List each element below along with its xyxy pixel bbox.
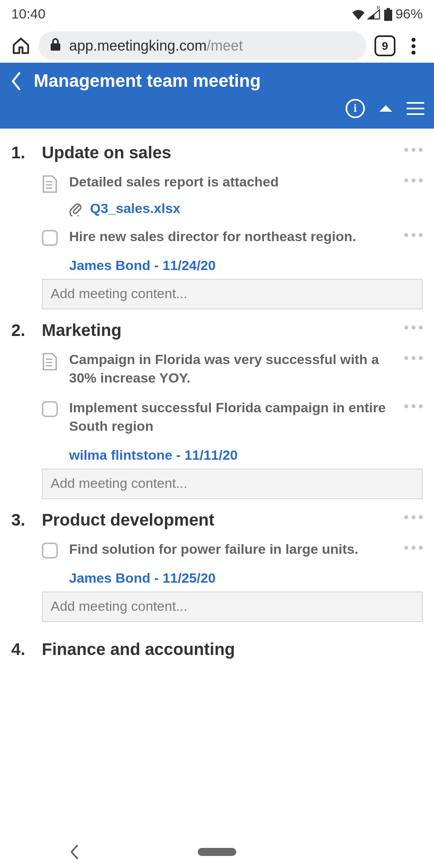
task-item: Find solution for power failure in large…: [42, 540, 423, 559]
checkbox-icon[interactable]: [42, 230, 58, 246]
topic-number: 4.: [11, 639, 31, 659]
note-item: Campaign in Florida was very successful …: [42, 351, 423, 388]
nav-home-pill[interactable]: [198, 848, 236, 856]
checkbox-icon[interactable]: [42, 542, 58, 558]
battery-percent: 96%: [395, 6, 423, 23]
note-text[interactable]: Campaign in Florida was very successful …: [69, 351, 393, 388]
status-time: 10:40: [11, 6, 45, 23]
task-assignee[interactable]: James Bond - 11/25/20: [69, 570, 423, 586]
checkbox-icon[interactable]: [42, 401, 58, 417]
add-content-input[interactable]: Add meeting content...: [42, 591, 423, 622]
more-icon[interactable]: [404, 233, 423, 237]
agenda-topic: 2. Marketing Campaign in Florida was ver…: [6, 321, 428, 499]
more-icon[interactable]: [404, 545, 423, 549]
attachment-link[interactable]: Q3_sales.xlsx: [90, 201, 180, 217]
topic-number: 2.: [11, 321, 31, 340]
more-icon[interactable]: [404, 326, 423, 330]
svg-rect-2: [51, 43, 60, 50]
more-icon[interactable]: [404, 404, 423, 408]
nav-back-icon[interactable]: [69, 844, 80, 860]
topic-number: 3.: [11, 510, 31, 529]
more-icon[interactable]: [404, 515, 423, 519]
tabs-button[interactable]: 9: [375, 35, 395, 56]
svg-rect-1: [384, 10, 392, 21]
app-header: Management team meeting i: [0, 63, 434, 129]
signal-icon: R: [367, 9, 380, 20]
task-text[interactable]: Find solution for power failure in large…: [69, 540, 393, 559]
agenda-topic: 1. Update on sales Detailed sales report…: [6, 143, 428, 309]
back-icon[interactable]: [10, 72, 23, 91]
status-bar: 10:40 R 96%: [0, 0, 434, 29]
task-assignee[interactable]: James Bond - 11/24/20: [69, 258, 423, 274]
url-host: app.meetingking.com: [69, 37, 207, 53]
add-content-input[interactable]: Add meeting content...: [42, 279, 423, 309]
more-icon[interactable]: [404, 356, 423, 360]
browser-overflow-icon[interactable]: [403, 37, 423, 54]
topic-title[interactable]: Marketing: [42, 321, 393, 340]
browser-bar: app.meetingking.com/meet 9: [0, 29, 434, 63]
task-item: Implement successful Florida campaign in…: [42, 399, 423, 436]
meeting-content: 1. Update on sales Detailed sales report…: [0, 129, 434, 675]
task-text[interactable]: Hire new sales director for northeast re…: [69, 228, 393, 247]
wifi-icon: [351, 9, 366, 20]
agenda-topic: 3. Product development Find solution for…: [6, 510, 428, 622]
agenda-topic: 4. Finance and accounting: [6, 639, 428, 659]
collapse-icon[interactable]: [379, 105, 392, 112]
url-path: /meet: [207, 37, 243, 53]
more-icon[interactable]: [404, 178, 423, 182]
attachment-row: Q3_sales.xlsx: [69, 201, 423, 217]
topic-title[interactable]: Update on sales: [42, 143, 393, 162]
task-text[interactable]: Implement successful Florida campaign in…: [69, 399, 393, 436]
topic-title[interactable]: Product development: [42, 510, 393, 529]
paperclip-icon: [69, 202, 82, 216]
note-text[interactable]: Detailed sales report is attached: [69, 174, 393, 192]
document-icon: [42, 175, 58, 193]
task-item: Hire new sales director for northeast re…: [42, 228, 423, 247]
page-title: Management team meeting: [34, 71, 261, 92]
url-bar[interactable]: app.meetingking.com/meet: [39, 31, 366, 60]
more-icon[interactable]: [404, 148, 423, 152]
menu-icon[interactable]: [407, 102, 424, 115]
svg-rect-0: [387, 8, 390, 10]
topic-number: 1.: [11, 143, 31, 162]
system-nav-bar: [0, 836, 434, 868]
home-icon[interactable]: [11, 36, 31, 55]
add-content-input[interactable]: Add meeting content...: [42, 468, 423, 499]
lock-icon: [50, 37, 61, 54]
battery-icon: [384, 8, 392, 21]
document-icon: [42, 353, 58, 371]
info-icon[interactable]: i: [346, 99, 365, 118]
note-item: Detailed sales report is attached: [42, 174, 423, 193]
task-assignee[interactable]: wilma flintstone - 11/11/20: [69, 447, 423, 463]
topic-title[interactable]: Finance and accounting: [42, 639, 423, 659]
